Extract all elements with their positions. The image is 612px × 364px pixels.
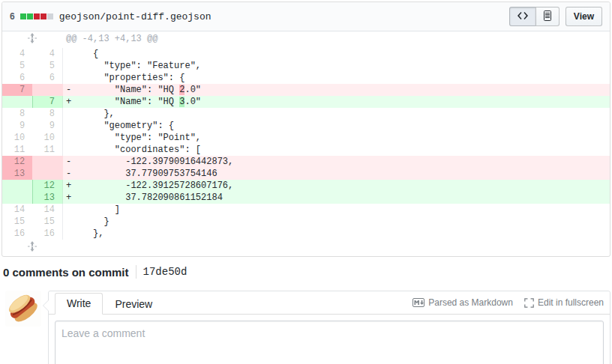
diff-marker: - — [66, 157, 71, 167]
unfold-icon[interactable] — [2, 240, 63, 256]
code-line: "type": "Point", — [63, 132, 610, 144]
file-diff-box: 6 geojson/point-diff.geojson View @@ -4,… — [2, 1, 610, 257]
old-line-number[interactable]: 14 — [2, 204, 32, 216]
tab-preview[interactable]: Preview — [103, 294, 164, 315]
code-line: }, — [63, 228, 610, 240]
diff-marker — [66, 121, 71, 131]
diff-row-context: 55 "type": "Feature", — [2, 60, 610, 72]
new-line-number[interactable]: 11 — [32, 144, 62, 156]
diff-view-toggle-group — [509, 7, 560, 26]
diff-row-deletion: 7- "Name": "HQ 2.0" — [2, 84, 610, 96]
file-header-actions: View — [509, 7, 602, 26]
comment-form-head: Write Preview Parsed as Markdown Edit in… — [49, 291, 610, 315]
comment-box: Write Preview Parsed as Markdown Edit in… — [48, 291, 610, 364]
hotdog-avatar — [5, 291, 41, 327]
new-line-number[interactable]: 13 — [32, 192, 62, 204]
source-diff-button[interactable] — [509, 7, 536, 26]
view-button[interactable]: View — [566, 7, 602, 26]
old-line-number[interactable] — [2, 192, 32, 204]
commit-sha-link[interactable]: 17de50d — [143, 266, 188, 278]
hunk-header-text: @@ -4,13 +4,13 @@ — [63, 31, 610, 48]
new-line-number[interactable]: 4 — [32, 48, 62, 60]
new-line-number[interactable]: 9 — [32, 120, 62, 132]
diff-row-context: 1414 ] — [2, 204, 610, 216]
old-line-number[interactable]: 9 — [2, 120, 32, 132]
old-line-number[interactable] — [2, 180, 32, 192]
fullscreen-icon — [524, 298, 534, 308]
expand-row — [2, 240, 610, 256]
new-line-number[interactable]: 10 — [32, 132, 62, 144]
old-line-number[interactable]: 7 — [2, 84, 32, 96]
code-line: "geometry": { — [63, 120, 610, 132]
diff-marker: + — [66, 192, 71, 203]
diff-marker — [66, 49, 71, 59]
diff-row-addition: 13+ 37.782090861152184 — [2, 192, 610, 204]
old-line-number[interactable]: 10 — [2, 132, 32, 144]
comment-form-hints: Parsed as Markdown Edit in fullscreen — [412, 297, 604, 314]
diff-row-context: 1616 }, — [2, 228, 610, 240]
code-icon — [518, 10, 528, 24]
old-line-number[interactable] — [2, 96, 32, 108]
diff-row-deletion: 13- 37.77909753754146 — [2, 168, 610, 180]
old-line-number[interactable]: 8 — [2, 108, 32, 120]
diff-marker — [66, 145, 71, 155]
diffstat-block-deleted — [34, 13, 40, 19]
diff-row-addition: 12+ -122.39125728607176, — [2, 180, 610, 192]
old-line-number[interactable]: 12 — [2, 156, 32, 168]
diff-marker: - — [66, 169, 71, 179]
diffstat[interactable] — [20, 13, 53, 19]
new-line-number[interactable]: 16 — [32, 228, 62, 240]
expand-spacer — [63, 240, 610, 256]
diff-marker — [66, 204, 71, 215]
comments-heading: 0 comments on commit 17de50d — [3, 264, 609, 279]
diff-marker — [66, 228, 71, 239]
code-line: - -122.39790916442873, — [63, 156, 610, 168]
file-icon — [544, 10, 551, 23]
new-line-number[interactable]: 7 — [32, 96, 62, 108]
old-line-number[interactable]: 15 — [2, 216, 32, 228]
code-line: }, — [63, 108, 610, 120]
heading-divider — [136, 265, 136, 279]
new-line-number[interactable]: 8 — [32, 108, 62, 120]
old-line-number[interactable]: 5 — [2, 60, 32, 72]
diff-marker — [66, 109, 71, 119]
changes-count: 6 — [10, 11, 15, 22]
avatar[interactable] — [5, 291, 41, 327]
old-line-number[interactable]: 4 — [2, 48, 32, 60]
code-line: "type": "Feature", — [63, 60, 610, 72]
code-line: "coordinates": [ — [63, 144, 610, 156]
diff-row-context: 44 { — [2, 48, 610, 60]
old-line-number[interactable]: 13 — [2, 168, 32, 180]
diff-row-context: 88 }, — [2, 108, 610, 120]
code-line: + 37.782090861152184 — [63, 192, 610, 204]
file-name-link[interactable]: geojson/point-diff.geojson — [59, 11, 212, 22]
new-line-number[interactable]: 12 — [32, 180, 62, 192]
markdown-hint-link[interactable]: Parsed as Markdown — [412, 297, 513, 308]
code-line: + -122.39125728607176, — [63, 180, 610, 192]
code-line: - 37.77909753754146 — [63, 168, 610, 180]
fullscreen-hint-label: Edit in fullscreen — [538, 297, 604, 308]
new-line-number[interactable] — [32, 168, 62, 180]
unfold-icon[interactable] — [2, 31, 63, 48]
new-line-number[interactable]: 14 — [32, 204, 62, 216]
diffstat-block-neutral — [47, 13, 53, 19]
old-line-number[interactable]: 11 — [2, 144, 32, 156]
diff-marker — [66, 73, 71, 83]
new-line-number[interactable]: 6 — [32, 72, 62, 84]
comment-input[interactable] — [55, 321, 604, 364]
old-line-number[interactable]: 16 — [2, 228, 32, 240]
rich-diff-button[interactable] — [536, 7, 560, 26]
new-line-number[interactable] — [32, 84, 62, 96]
old-line-number[interactable]: 6 — [2, 72, 32, 84]
comment-form-body — [49, 315, 610, 364]
code-line: "properties": { — [63, 72, 610, 84]
new-line-number[interactable]: 15 — [32, 216, 62, 228]
new-line-number[interactable]: 5 — [32, 60, 62, 72]
new-line-number[interactable] — [32, 156, 62, 168]
tab-write[interactable]: Write — [55, 293, 103, 315]
diff-row-context: 1010 "type": "Point", — [2, 132, 610, 144]
fullscreen-hint-link[interactable]: Edit in fullscreen — [524, 297, 604, 308]
markdown-icon — [412, 298, 424, 307]
diff-row-deletion: 12- -122.39790916442873, — [2, 156, 610, 168]
comment-form-row: Write Preview Parsed as Markdown Edit in… — [2, 291, 610, 364]
